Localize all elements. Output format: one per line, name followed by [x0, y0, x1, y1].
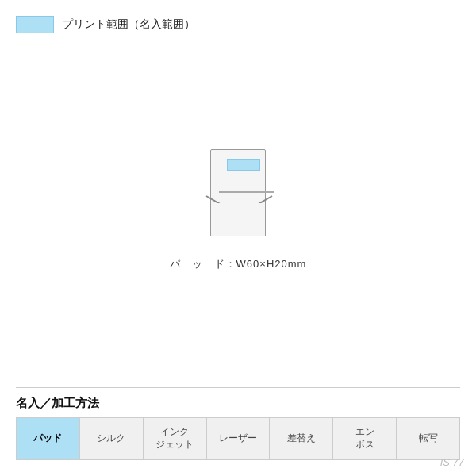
watermark: IS 77	[440, 456, 464, 468]
illustration-area: パ ッ ド：W60×H20mm	[16, 41, 460, 379]
page: プリント範囲（名入範囲） パ ッ ド：W60×H20mm 名入／加工方法 パッド…	[0, 0, 476, 476]
print-area-highlight	[227, 159, 260, 171]
legend-label: プリント範囲（名入範囲）	[62, 17, 195, 32]
tab-sagikae[interactable]: 差替え	[270, 418, 333, 459]
dimension-label: パ ッ ド：W60×H20mm	[170, 257, 307, 271]
tab-tensya[interactable]: 転写	[397, 418, 459, 459]
notebook-divider	[219, 191, 274, 193]
method-tabs: パッド シルク インクジェット レーザー 差替え エンボス 転写	[16, 417, 460, 460]
notebook-bottom	[210, 203, 266, 236]
product-illustration	[202, 149, 274, 244]
tab-emboss[interactable]: エンボス	[333, 418, 397, 459]
tab-pad[interactable]: パッド	[17, 418, 80, 459]
tab-inkjet[interactable]: インクジェット	[144, 418, 207, 459]
tab-laser[interactable]: レーザー	[207, 418, 271, 459]
legend-row: プリント範囲（名入範囲）	[16, 16, 460, 33]
tab-silk[interactable]: シルク	[80, 418, 144, 459]
legend-color-box	[16, 16, 54, 33]
section-title: 名入／加工方法	[16, 387, 460, 411]
